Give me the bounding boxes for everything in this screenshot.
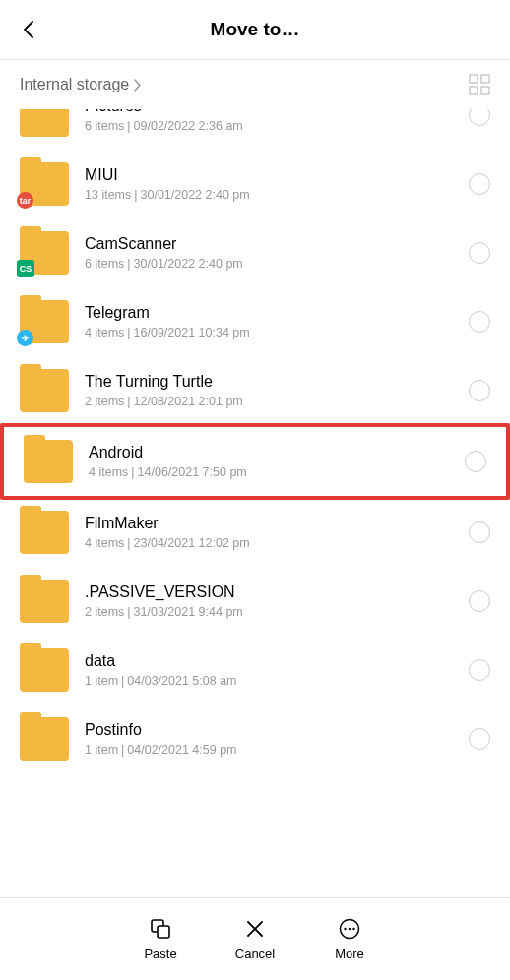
paste-button[interactable]: Paste bbox=[136, 917, 185, 961]
folder-row[interactable]: Android4 items|14/06/2021 7:50 pm bbox=[0, 423, 510, 500]
folder-meta: 1 item|04/02/2021 4:59 pm bbox=[85, 743, 453, 757]
folder-row[interactable]: FilmMaker4 items|23/04/2021 12:02 pm bbox=[0, 498, 510, 567]
folder-icon bbox=[24, 440, 73, 483]
folder-name: Telegram bbox=[85, 304, 453, 322]
folder-icon bbox=[20, 580, 69, 623]
select-radio[interactable] bbox=[469, 242, 490, 264]
select-radio[interactable] bbox=[469, 521, 490, 543]
more-icon bbox=[338, 917, 361, 941]
folder-meta: 2 items|12/08/2021 2:01 pm bbox=[85, 395, 453, 408]
folder-info: The Turning Turtle2 items|12/08/2021 2:0… bbox=[85, 373, 453, 408]
select-radio[interactable] bbox=[469, 380, 490, 401]
folder-name: Pictures bbox=[85, 109, 453, 115]
back-button[interactable] bbox=[16, 16, 43, 43]
svg-rect-1 bbox=[481, 75, 489, 83]
folder-info: Pictures6 items|09/02/2022 2:36 am bbox=[85, 109, 453, 133]
folder-info: Telegram4 items|16/09/2021 10:34 pm bbox=[85, 304, 453, 339]
close-icon bbox=[243, 917, 267, 941]
folder-icon: ✈ bbox=[20, 300, 69, 343]
folder-info: FilmMaker4 items|23/04/2021 12:02 pm bbox=[85, 515, 453, 550]
select-radio[interactable] bbox=[469, 173, 490, 195]
select-radio[interactable] bbox=[469, 728, 490, 750]
more-label: More bbox=[335, 947, 364, 961]
chevron-right-icon bbox=[133, 79, 142, 92]
select-radio[interactable] bbox=[469, 590, 490, 612]
folder-meta: 4 items|14/06/2021 7:50 pm bbox=[89, 465, 449, 479]
folder-icon bbox=[20, 717, 69, 761]
folder-meta: 13 items|30/01/2022 2:40 pm bbox=[85, 188, 453, 202]
view-toggle-button[interactable] bbox=[469, 74, 490, 95]
svg-rect-3 bbox=[481, 87, 489, 94]
folder-row[interactable]: .PASSIVE_VERSION2 items|31/03/2021 9:44 … bbox=[0, 567, 510, 636]
folder-row[interactable]: Postinfo1 item|04/02/2021 4:59 pm bbox=[0, 704, 510, 773]
folder-meta: 4 items|16/09/2021 10:34 pm bbox=[85, 326, 453, 339]
breadcrumb-path: Internal storage bbox=[20, 76, 129, 93]
paste-label: Paste bbox=[144, 947, 176, 961]
folder-row[interactable]: The Turning Turtle2 items|12/08/2021 2:0… bbox=[0, 356, 510, 425]
folder-info: Postinfo1 item|04/02/2021 4:59 pm bbox=[85, 721, 453, 757]
select-radio[interactable] bbox=[465, 451, 486, 472]
folder-row[interactable]: CSCamScanner6 items|30/01/2022 2:40 pm bbox=[0, 218, 510, 287]
cancel-label: Cancel bbox=[235, 947, 275, 961]
folder-meta: 4 items|23/04/2021 12:02 pm bbox=[85, 536, 453, 550]
folder-app-badge: ✈ bbox=[17, 330, 33, 346]
svg-rect-5 bbox=[158, 926, 169, 938]
select-radio[interactable] bbox=[469, 659, 490, 681]
folder-row[interactable]: tarMIUI13 items|30/01/2022 2:40 pm bbox=[0, 150, 510, 218]
chevron-left-icon bbox=[22, 20, 37, 39]
select-radio[interactable] bbox=[469, 109, 490, 126]
folder-name: The Turning Turtle bbox=[85, 373, 453, 391]
folder-meta: 6 items|30/01/2022 2:40 pm bbox=[85, 257, 453, 271]
folder-icon bbox=[20, 109, 69, 137]
cancel-button[interactable]: Cancel bbox=[230, 917, 280, 961]
folder-info: .PASSIVE_VERSION2 items|31/03/2021 9:44 … bbox=[85, 583, 453, 619]
svg-rect-2 bbox=[470, 87, 478, 94]
folder-list: Pictures6 items|09/02/2022 2:36 amtarMIU… bbox=[0, 109, 510, 879]
folder-meta: 6 items|09/02/2022 2:36 am bbox=[85, 119, 453, 133]
svg-point-9 bbox=[352, 928, 354, 930]
folder-info: CamScanner6 items|30/01/2022 2:40 pm bbox=[85, 235, 453, 271]
header-bar: Move to… bbox=[0, 0, 510, 59]
breadcrumb[interactable]: Internal storage bbox=[20, 76, 142, 93]
folder-row[interactable]: data1 item|04/03/2021 5:08 am bbox=[0, 636, 510, 704]
folder-name: .PASSIVE_VERSION bbox=[85, 583, 453, 601]
folder-row[interactable]: Pictures6 items|09/02/2022 2:36 am bbox=[0, 109, 510, 150]
folder-icon bbox=[20, 511, 69, 554]
folder-app-badge: CS bbox=[17, 260, 34, 277]
folder-app-badge: tar bbox=[17, 192, 33, 209]
folder-name: CamScanner bbox=[85, 235, 453, 253]
folder-name: MIUI bbox=[85, 166, 453, 184]
folder-name: data bbox=[85, 652, 453, 670]
folder-row[interactable]: ✈Telegram4 items|16/09/2021 10:34 pm bbox=[0, 287, 510, 356]
folder-icon: CS bbox=[20, 231, 69, 275]
svg-point-7 bbox=[344, 928, 346, 930]
page-title: Move to… bbox=[211, 19, 300, 40]
select-radio[interactable] bbox=[469, 311, 490, 333]
folder-info: MIUI13 items|30/01/2022 2:40 pm bbox=[85, 166, 453, 202]
folder-meta: 1 item|04/03/2021 5:08 am bbox=[85, 674, 453, 688]
paste-icon bbox=[149, 917, 172, 941]
folder-info: data1 item|04/03/2021 5:08 am bbox=[85, 652, 453, 688]
folder-meta: 2 items|31/03/2021 9:44 pm bbox=[85, 605, 453, 619]
folder-name: FilmMaker bbox=[85, 515, 453, 532]
folder-info: Android4 items|14/06/2021 7:50 pm bbox=[89, 444, 449, 479]
folder-name: Postinfo bbox=[85, 721, 453, 739]
svg-rect-0 bbox=[470, 75, 478, 83]
bottom-action-bar: Paste Cancel More bbox=[0, 897, 510, 980]
folder-icon bbox=[20, 648, 69, 692]
folder-name: Android bbox=[89, 444, 449, 461]
svg-point-8 bbox=[349, 928, 351, 930]
folder-icon: tar bbox=[20, 162, 69, 206]
breadcrumb-bar: Internal storage bbox=[0, 60, 510, 109]
folder-icon bbox=[20, 369, 69, 412]
more-button[interactable]: More bbox=[325, 917, 374, 961]
grid-icon bbox=[469, 74, 490, 95]
